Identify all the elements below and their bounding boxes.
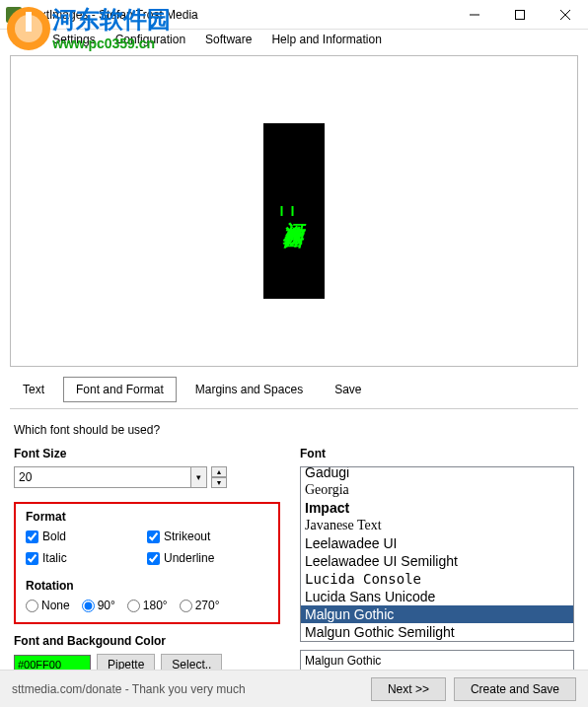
fontsize-label: Font Size	[14, 447, 280, 460]
font-item[interactable]: Impact	[301, 499, 573, 517]
maximize-button[interactable]	[497, 0, 543, 29]
fontsize-input[interactable]	[14, 466, 191, 488]
tab-text[interactable]: Text	[10, 377, 57, 402]
next-button[interactable]: Next >>	[371, 677, 446, 701]
italic-checkbox[interactable]: Italic	[26, 551, 147, 565]
svg-rect-4	[516, 10, 525, 19]
preview-image: 河东软件园	[263, 123, 325, 299]
font-item[interactable]: Javanese Text	[301, 517, 573, 534]
menu-bar: File Settings Configuration Software Hel…	[0, 30, 588, 49]
spin-down-button[interactable]: ▼	[211, 477, 227, 488]
rotation-180-radio[interactable]: 180°	[127, 599, 168, 612]
font-item[interactable]: Lucida Sans Unicode	[301, 588, 573, 605]
tab-save[interactable]: Save	[322, 377, 374, 402]
underline-checkbox[interactable]: Underline	[147, 551, 268, 565]
font-label: Font	[300, 447, 574, 460]
preview-text: 河东软件园	[281, 206, 308, 216]
tab-bar: Text Font and Format Margins and Spaces …	[10, 377, 578, 402]
font-item[interactable]: Leelawadee UI Semilight	[301, 552, 573, 570]
tab-margins[interactable]: Margins and Spaces	[183, 377, 316, 402]
format-label: Format	[26, 510, 268, 524]
minimize-button[interactable]	[452, 0, 497, 29]
font-item[interactable]: Malgun Gothic Semilight	[301, 623, 573, 641]
color-label: Font and Backgound Color	[14, 634, 280, 648]
menu-help[interactable]: Help and Information	[265, 31, 387, 48]
rotation-label: Rotation	[26, 579, 268, 593]
strikeout-checkbox[interactable]: Strikeout	[147, 530, 268, 543]
menu-file[interactable]: File	[8, 31, 38, 48]
app-icon	[6, 7, 22, 23]
tab-font-format[interactable]: Font and Format	[63, 377, 177, 402]
rotation-none-radio[interactable]: None	[26, 599, 70, 612]
preview-canvas: 河东软件园	[10, 55, 578, 367]
dropdown-arrow-icon[interactable]: ▾	[191, 466, 207, 488]
format-rotation-group: Format Bold Italic Strikeout Underline R…	[14, 502, 280, 624]
font-item[interactable]: Malgun Gothic	[301, 605, 573, 623]
bold-checkbox[interactable]: Bold	[26, 530, 147, 543]
rotation-270-radio[interactable]: 270°	[180, 599, 220, 612]
question-label: Which font should be used?	[14, 423, 574, 437]
separator	[10, 408, 578, 409]
font-item[interactable]: Leelawadee UI	[301, 534, 573, 552]
create-save-button[interactable]: Create and Save	[454, 677, 576, 701]
spin-up-button[interactable]: ▲	[211, 466, 227, 477]
font-item[interactable]: Gadugi	[301, 466, 573, 481]
font-item[interactable]: Georgia	[301, 481, 573, 499]
title-bar: TextImages - Stefan Trost Media	[0, 0, 588, 30]
menu-configuration[interactable]: Configuration	[110, 31, 191, 48]
menu-software[interactable]: Software	[199, 31, 257, 48]
status-text: sttmedia.com/donate - Thank you very muc…	[12, 682, 363, 696]
rotation-90-radio[interactable]: 90°	[82, 599, 115, 612]
fontname-input[interactable]	[300, 650, 574, 672]
footer-bar: sttmedia.com/donate - Thank you very muc…	[0, 670, 588, 707]
font-listbox[interactable]: GadugiGeorgiaImpactJavanese TextLeelawad…	[300, 466, 574, 642]
menu-settings[interactable]: Settings	[46, 31, 101, 48]
font-item[interactable]: Lucida Console	[301, 570, 573, 588]
close-button[interactable]	[543, 0, 588, 29]
window-title: TextImages - Stefan Trost Media	[28, 8, 452, 22]
